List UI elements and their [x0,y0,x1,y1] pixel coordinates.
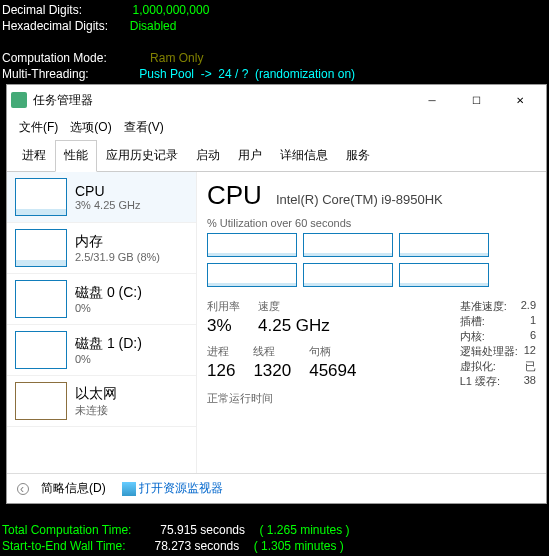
tab-performance[interactable]: 性能 [55,140,97,172]
sidebar-label: 以太网 [75,385,117,403]
sidebar-label: 磁盘 0 (C:) [75,284,142,302]
terminal-bottom: Total Computation Time: 75.915 seconds (… [0,520,549,556]
tab-users[interactable]: 用户 [229,140,271,171]
tab-processes[interactable]: 进程 [13,140,55,171]
core-chart [399,263,489,287]
open-resmon-link[interactable]: 打开资源监视器 [139,481,223,495]
sidebar-item-disk0[interactable]: 磁盘 0 (C:) 0% [7,274,196,325]
stat-label: 速度 [258,299,330,314]
sidebar: CPU 3% 4.25 GHz 内存 2.5/31.9 GB (8%) 磁盘 0… [7,172,197,473]
stat-value: 4.25 GHz [258,316,330,336]
brief-info-link[interactable]: 简略信息(D) [41,480,106,497]
tab-services[interactable]: 服务 [337,140,379,171]
stat-value: 126 [207,361,235,381]
cpu-core-charts[interactable] [207,233,536,287]
chevron-down-icon[interactable] [17,483,29,495]
tab-startup[interactable]: 启动 [187,140,229,171]
task-manager-window: 任务管理器 ─ ☐ ✕ 文件(F) 选项(O) 查看(V) 进程 性能 应用历史… [6,84,547,504]
cpu-thumb-icon [15,178,67,216]
stat-label: 线程 [253,344,291,359]
stat-label: 进程 [207,344,235,359]
ethernet-thumb-icon [15,382,67,420]
close-button[interactable]: ✕ [498,85,542,115]
monitor-icon [122,482,136,496]
uptime-label: 正常运行时间 [207,391,356,406]
stat-label: 句柄 [309,344,356,359]
terminal-top: Decimal Digits: 1,000,000,000 Hexadecima… [0,0,549,84]
core-chart [207,263,297,287]
tab-row: 进程 性能 应用历史记录 启动 用户 详细信息 服务 [7,140,546,172]
footer: 简略信息(D) 打开资源监视器 [7,473,546,503]
menu-options[interactable]: 选项(O) [66,117,115,138]
sidebar-sub: 未连接 [75,403,117,418]
stat-value: 1320 [253,361,291,381]
sidebar-label: 磁盘 1 (D:) [75,335,142,353]
core-chart [303,233,393,257]
menu-file[interactable]: 文件(F) [15,117,62,138]
tab-details[interactable]: 详细信息 [271,140,337,171]
sidebar-item-ethernet[interactable]: 以太网 未连接 [7,376,196,427]
sidebar-sub: 0% [75,353,142,365]
chart-label: % Utilization over 60 seconds [207,217,536,229]
detail-title: CPU [207,180,262,211]
stat-value: 45694 [309,361,356,381]
detail-pane: CPU Intel(R) Core(TM) i9-8950HK % Utiliz… [197,172,546,473]
core-chart [207,233,297,257]
sidebar-label: 内存 [75,233,160,251]
sidebar-sub: 2.5/31.9 GB (8%) [75,251,160,263]
window-title: 任务管理器 [33,92,410,109]
minimize-button[interactable]: ─ [410,85,454,115]
app-icon [11,92,27,108]
menubar: 文件(F) 选项(O) 查看(V) [7,115,546,140]
spec-list: 基准速度:2.9 插槽:1 内核:6 逻辑处理器:12 虚拟化:已 L1 缓存:… [460,299,536,406]
sidebar-label: CPU [75,183,140,199]
disk-thumb-icon [15,280,67,318]
sidebar-sub: 0% [75,302,142,314]
sidebar-item-disk1[interactable]: 磁盘 1 (D:) 0% [7,325,196,376]
sidebar-sub: 3% 4.25 GHz [75,199,140,211]
sidebar-item-memory[interactable]: 内存 2.5/31.9 GB (8%) [7,223,196,274]
core-chart [399,233,489,257]
stat-value: 3% [207,316,240,336]
titlebar[interactable]: 任务管理器 ─ ☐ ✕ [7,85,546,115]
core-chart [303,263,393,287]
tab-app-history[interactable]: 应用历史记录 [97,140,187,171]
cpu-model: Intel(R) Core(TM) i9-8950HK [276,192,443,207]
memory-thumb-icon [15,229,67,267]
stat-label: 利用率 [207,299,240,314]
maximize-button[interactable]: ☐ [454,85,498,115]
sidebar-item-cpu[interactable]: CPU 3% 4.25 GHz [7,172,196,223]
disk-thumb-icon [15,331,67,369]
menu-view[interactable]: 查看(V) [120,117,168,138]
